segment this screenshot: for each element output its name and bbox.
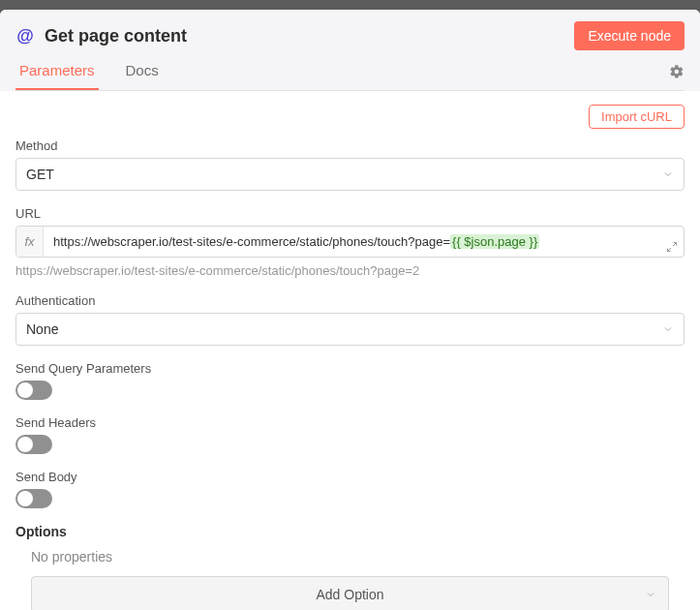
add-option-button[interactable]: Add Option — [31, 576, 669, 610]
options-empty-text: No properties — [31, 549, 669, 564]
node-settings-panel: @ Get page content Execute node Paramete… — [0, 10, 700, 610]
tab-parameters[interactable]: Parameters — [15, 62, 99, 90]
send-headers-field: Send Headers — [15, 415, 685, 454]
send-headers-label: Send Headers — [15, 415, 685, 430]
send-query-params-toggle[interactable] — [15, 381, 52, 400]
tab-docs[interactable]: Docs — [122, 62, 163, 90]
options-section-label: Options — [15, 524, 685, 539]
tabs: Parameters Docs — [15, 62, 163, 90]
title-left: @ Get page content — [15, 26, 187, 46]
at-icon: @ — [15, 26, 35, 46]
svg-line-1 — [668, 248, 672, 252]
expression-fx-icon[interactable]: fx — [16, 227, 44, 257]
add-option-label: Add Option — [316, 587, 383, 602]
authentication-label: Authentication — [15, 293, 685, 308]
execute-node-button[interactable]: Execute node — [574, 21, 685, 50]
url-expression-part: {{ $json.page }} — [450, 234, 539, 249]
chevron-down-icon — [662, 323, 674, 335]
url-field: URL fx https://webscraper.io/test-sites/… — [15, 206, 685, 278]
options-box: No properties Add Option — [15, 549, 685, 610]
expand-icon[interactable] — [666, 241, 678, 253]
url-label: URL — [15, 206, 685, 221]
svg-line-0 — [673, 243, 677, 247]
url-value[interactable]: https://webscraper.io/test-sites/e-comme… — [44, 227, 684, 257]
node-title: Get page content — [45, 26, 187, 46]
tabs-row: Parameters Docs — [15, 62, 685, 91]
panel-header: @ Get page content Execute node Paramete… — [0, 10, 700, 91]
send-body-label: Send Body — [15, 470, 685, 484]
options-section: Options No properties Add Option — [15, 524, 685, 610]
authentication-value: None — [26, 321, 58, 337]
send-query-params-label: Send Query Parameters — [15, 361, 685, 376]
authentication-field: Authentication None — [15, 293, 685, 346]
gear-icon[interactable] — [669, 64, 685, 89]
chevron-down-icon — [645, 589, 656, 600]
send-query-params-field: Send Query Parameters — [15, 361, 685, 400]
panel-body: Import cURL Method GET URL fx https://we… — [0, 91, 700, 610]
chevron-down-icon — [662, 168, 674, 180]
import-curl-button[interactable]: Import cURL — [589, 105, 685, 129]
send-body-toggle[interactable] — [15, 489, 52, 508]
url-static-part: https://webscraper.io/test-sites/e-comme… — [53, 234, 450, 249]
import-row: Import cURL — [15, 105, 685, 129]
method-value: GET — [26, 167, 54, 182]
url-input[interactable]: fx https://webscraper.io/test-sites/e-co… — [15, 226, 685, 258]
url-resolved-hint: https://webscraper.io/test-sites/e-comme… — [15, 263, 685, 278]
method-select[interactable]: GET — [15, 158, 685, 191]
title-row: @ Get page content Execute node — [15, 21, 685, 50]
method-label: Method — [15, 138, 685, 153]
method-field: Method GET — [15, 138, 685, 191]
authentication-select[interactable]: None — [15, 313, 685, 346]
send-headers-toggle[interactable] — [15, 435, 52, 454]
send-body-field: Send Body — [15, 470, 685, 508]
